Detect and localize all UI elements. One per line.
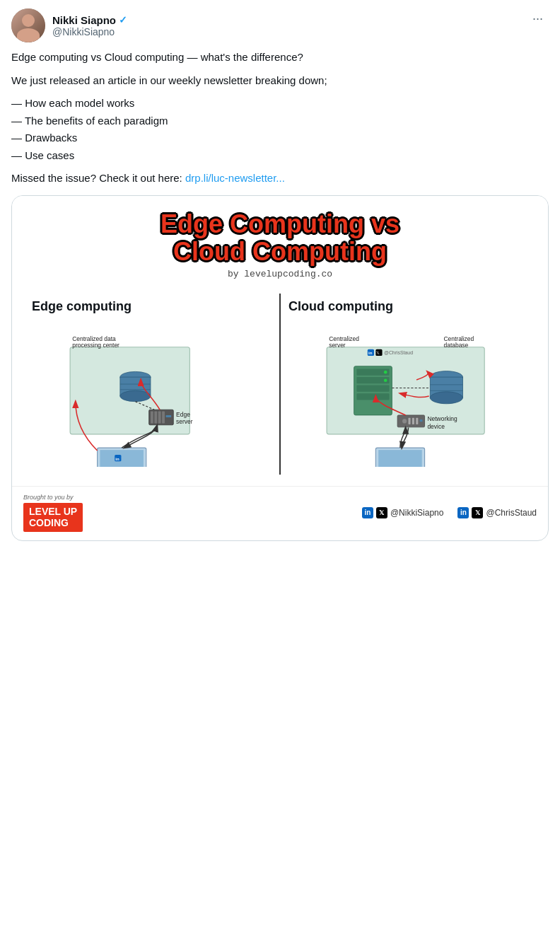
tweet-line3-prefix: Missed the issue? Check it out here: bbox=[11, 172, 185, 184]
verified-icon: ✓ bbox=[119, 14, 127, 25]
handle1-text: @NikkiSiapno bbox=[390, 508, 444, 518]
svg-rect-10 bbox=[154, 411, 157, 423]
list-item: — Drawbacks bbox=[11, 130, 549, 146]
brought-by-label: Brought to you by bbox=[23, 494, 83, 501]
svg-text:database: database bbox=[444, 341, 469, 348]
tweet-line2: We just released an article in our weekl… bbox=[11, 73, 549, 89]
level-up-brand: Brought to you by LEVEL UP CODING bbox=[23, 494, 83, 533]
edge-col-title: Edge computing bbox=[32, 299, 272, 314]
tweet-line3: Missed the issue? Check it out here: drp… bbox=[11, 170, 549, 187]
tweet-list: — How each model works — The benefits of… bbox=[11, 95, 549, 163]
svg-point-39 bbox=[384, 371, 387, 374]
svg-text:Networking: Networking bbox=[427, 415, 457, 422]
user-handle[interactable]: @NikkiSiapno bbox=[52, 26, 127, 37]
list-item: — The benefits of each paradigm bbox=[11, 113, 549, 129]
svg-rect-52 bbox=[420, 419, 423, 422]
infographic-card: Edge Computing vs Cloud Computing by lev… bbox=[11, 195, 549, 542]
tweet-header: Nikki Siapno ✓ @NikkiSiapno ··· bbox=[11, 8, 549, 42]
user-name[interactable]: Nikki Siapno bbox=[52, 14, 116, 26]
brand-line1: LEVEL UP bbox=[29, 506, 77, 518]
svg-point-40 bbox=[384, 378, 387, 382]
svg-text:processing center: processing center bbox=[72, 341, 119, 348]
svg-rect-9 bbox=[151, 411, 153, 423]
svg-text:𝕏: 𝕏 bbox=[376, 349, 380, 354]
newsletter-link[interactable]: drp.li/luc-newsletter... bbox=[185, 172, 285, 184]
cloud-computing-col: Cloud computing Centralized server Centr… bbox=[280, 294, 537, 475]
svg-rect-16 bbox=[100, 450, 144, 467]
social-handles: in 𝕏 @NikkiSiapno in 𝕏 @ChrisStaud bbox=[362, 507, 537, 518]
svg-rect-13 bbox=[166, 415, 172, 417]
svg-text:server: server bbox=[329, 341, 346, 348]
linkedin-icon-1: in bbox=[362, 507, 373, 518]
edge-diagram-svg: Centralized data processing center bbox=[32, 325, 272, 467]
edge-computing-col: Edge computing Centralized data processi… bbox=[23, 294, 280, 475]
svg-point-5 bbox=[120, 390, 151, 401]
list-item: — How each model works bbox=[11, 95, 549, 112]
linkedin-icon-2: in bbox=[457, 507, 469, 518]
infographic-columns: Edge computing Centralized data processi… bbox=[23, 294, 537, 475]
more-options-button[interactable]: ··· bbox=[527, 8, 549, 29]
svg-rect-11 bbox=[158, 411, 161, 423]
svg-point-43 bbox=[430, 392, 462, 404]
tweet-text: Edge computing vs Cloud computing — what… bbox=[11, 50, 549, 187]
svg-rect-51 bbox=[416, 417, 418, 424]
infographic-title-line2: Cloud Computing bbox=[23, 238, 537, 266]
svg-rect-38 bbox=[356, 393, 389, 400]
infographic-title: Edge Computing vs Cloud Computing bbox=[23, 210, 537, 266]
brand-line2: CODING bbox=[29, 517, 77, 529]
svg-text:in: in bbox=[115, 456, 119, 460]
infographic-content: Edge Computing vs Cloud Computing by lev… bbox=[12, 196, 548, 486]
handle2-text: @ChrisStaud bbox=[486, 508, 537, 518]
user-info: Nikki Siapno ✓ @NikkiSiapno bbox=[52, 14, 127, 37]
twitter-icon-1: 𝕏 bbox=[376, 507, 387, 518]
svg-text:server: server bbox=[176, 418, 193, 425]
svg-rect-50 bbox=[412, 417, 414, 424]
svg-rect-12 bbox=[162, 411, 165, 423]
svg-point-48 bbox=[402, 419, 407, 423]
handle2-group: in 𝕏 @ChrisStaud bbox=[457, 507, 537, 518]
svg-text:device: device bbox=[427, 423, 445, 430]
svg-text:in: in bbox=[368, 349, 373, 354]
list-item: — Use cases bbox=[11, 148, 549, 164]
tweet-header-left: Nikki Siapno ✓ @NikkiSiapno bbox=[11, 8, 127, 42]
tweet-container: Nikki Siapno ✓ @NikkiSiapno ··· Edge com… bbox=[0, 0, 560, 550]
user-name-row: Nikki Siapno ✓ bbox=[52, 14, 127, 26]
infographic-subtitle: by levelupcoding.co bbox=[23, 269, 537, 279]
svg-rect-49 bbox=[409, 417, 411, 424]
cloud-col-title: Cloud computing bbox=[288, 299, 528, 314]
avatar[interactable] bbox=[11, 8, 45, 42]
svg-rect-54 bbox=[378, 450, 422, 467]
twitter-icon-2: 𝕏 bbox=[472, 507, 483, 518]
level-up-coding-badge: LEVEL UP CODING bbox=[23, 503, 83, 533]
handle1-group: in 𝕏 @NikkiSiapno bbox=[362, 507, 444, 518]
svg-rect-37 bbox=[356, 385, 389, 391]
svg-text:Edge: Edge bbox=[176, 411, 190, 418]
tweet-line1: Edge computing vs Cloud computing — what… bbox=[11, 50, 549, 66]
svg-text:@ChrisStaud: @ChrisStaud bbox=[384, 349, 413, 354]
infographic-footer: Brought to you by LEVEL UP CODING in 𝕏 @… bbox=[12, 486, 548, 541]
cloud-diagram-svg: Centralized server Centralized database … bbox=[288, 325, 528, 467]
infographic-title-line1: Edge Computing vs bbox=[23, 210, 537, 238]
